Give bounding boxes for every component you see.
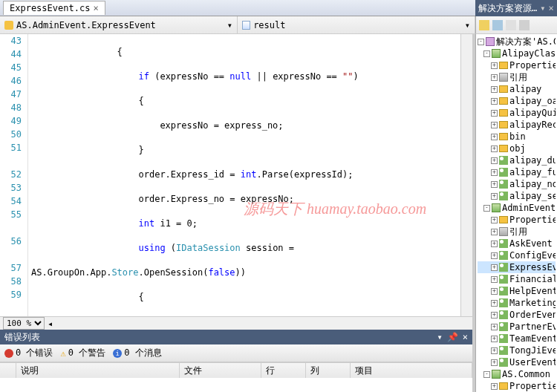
properties-node[interactable]: +Properties (478, 214, 556, 226)
warning-icon: ⚠ (60, 348, 65, 359)
folder-icon (499, 145, 508, 152)
cs-icon (499, 358, 508, 367)
refresh-icon[interactable] (492, 20, 503, 30)
folder-icon (499, 85, 508, 93)
info-icon: i (113, 349, 122, 358)
cs-icon (499, 180, 508, 189)
cs-file-node[interactable]: +ConfigEve (478, 249, 556, 261)
cs-file-node[interactable]: +Financial (478, 273, 556, 285)
col-file[interactable]: 文件 (180, 363, 261, 378)
cs-icon (499, 287, 508, 295)
cs-file-node[interactable]: +Marketing (478, 297, 556, 309)
folder-node[interactable]: +alipay_oau (478, 95, 556, 107)
cs-file-node[interactable]: +HelpEvent (478, 285, 556, 297)
cs-file-node[interactable]: +alipay_du (478, 154, 556, 166)
cs-file-node[interactable]: +TeamEvent (478, 333, 556, 344)
cs-file-node[interactable]: +UserEvent (478, 356, 556, 368)
properties-icon[interactable] (519, 20, 530, 30)
zoom-select[interactable]: 100 % (3, 317, 45, 330)
zoom-bar: 100 % ◂ (0, 316, 472, 330)
class-icon (4, 21, 13, 30)
cs-icon (499, 322, 508, 331)
pin-icon[interactable]: ▾ (540, 3, 545, 13)
vertical-scrollbar[interactable] (460, 34, 472, 316)
dropdown-icon[interactable]: ▾ (437, 332, 443, 342)
code-editor[interactable]: 4344454647484950515253545556575859 { if … (0, 34, 472, 316)
references-node[interactable]: +引用 (478, 226, 556, 238)
error-grid[interactable]: 说明 文件 行 列 项目 (0, 362, 472, 392)
folder-node[interactable]: +obj (478, 143, 556, 154)
cs-icon (499, 156, 508, 165)
folder-icon (499, 109, 508, 117)
close-panel-icon[interactable]: × (548, 3, 553, 13)
col-column[interactable]: 列 (306, 363, 351, 378)
cs-file-node[interactable]: +alipay_se (478, 190, 556, 202)
cs-icon (499, 298, 508, 307)
solution-explorer-title: 解决方案资源… (478, 2, 537, 15)
col-line[interactable]: 行 (261, 363, 306, 378)
cs-icon (499, 192, 508, 200)
member-name[interactable] (253, 20, 462, 30)
properties-node[interactable]: +Properties (478, 59, 556, 71)
folder-icon (499, 133, 508, 140)
chevron-down-icon[interactable]: ▾ (465, 20, 470, 30)
errors-filter[interactable]: 0 个错误 (4, 347, 53, 359)
error-list-header[interactable]: 错误列表 ▾ 📌 × (0, 330, 472, 344)
cs-file-node[interactable]: +OrderEven (478, 309, 556, 321)
cs-file-node-selected[interactable]: +ExpressEv (478, 261, 556, 273)
warnings-filter[interactable]: ⚠0 个警告 (60, 347, 105, 359)
cs-file-node[interactable]: +TongJiEve (478, 344, 556, 356)
cs-icon (499, 263, 508, 272)
solution-icon (486, 37, 495, 46)
solution-toolbar (475, 16, 557, 34)
project-node[interactable]: -AS.Common (478, 368, 556, 380)
cs-file-node[interactable]: +AskEvent (478, 238, 556, 249)
project-icon (492, 370, 501, 379)
cs-file-node[interactable]: +alipay_no (478, 178, 556, 190)
solution-node[interactable]: -解决方案'AS.Grou (478, 36, 556, 48)
cs-icon (499, 334, 508, 343)
nav-bar: ▾ ▾ (0, 16, 475, 34)
member-dropdown[interactable]: ▾ (238, 16, 475, 33)
solution-explorer[interactable]: -解决方案'AS.Grou -AlipayClass +Properties +… (475, 34, 557, 392)
class-name[interactable] (16, 20, 224, 30)
project-node[interactable]: -AlipayClass (478, 48, 556, 59)
chevron-left-icon[interactable]: ◂ (48, 318, 53, 329)
project-icon (492, 49, 501, 58)
cs-icon (499, 168, 508, 177)
class-dropdown[interactable]: ▾ (0, 16, 238, 33)
home-icon[interactable] (479, 20, 489, 30)
folder-icon (499, 216, 508, 223)
folder-icon (499, 97, 508, 105)
properties-node[interactable]: +Propertie (478, 380, 556, 392)
folder-icon (499, 62, 508, 69)
folder-node[interactable]: +alipayQui (478, 107, 556, 119)
project-node[interactable]: -AdminEvent (478, 202, 556, 214)
cs-icon (499, 239, 508, 248)
cs-icon (499, 251, 508, 260)
cs-file-node[interactable]: +alipay_fu (478, 166, 556, 178)
solution-explorer-header: 解决方案资源… ▾ × (475, 0, 557, 16)
project-icon (492, 203, 501, 212)
col-description[interactable]: 说明 (16, 363, 180, 378)
cs-icon (499, 275, 508, 284)
line-numbers: 4344454647484950515253545556575859 (0, 34, 28, 316)
close-icon[interactable]: × (463, 332, 468, 342)
show-all-icon[interactable] (506, 20, 516, 30)
references-icon (499, 73, 508, 82)
folder-node[interactable]: +alipay (478, 83, 556, 95)
col-icon[interactable] (0, 363, 16, 378)
code-content[interactable]: { if (expressNo == null || expressNo == … (28, 34, 472, 316)
cs-icon (499, 310, 508, 319)
pin-icon[interactable]: 📌 (447, 332, 458, 342)
cs-file-node[interactable]: +PartnerEv (478, 321, 556, 333)
references-node[interactable]: +引用 (478, 71, 556, 83)
editor-tabs: ExpressEvent.cs × (0, 0, 475, 16)
file-tab[interactable]: ExpressEvent.cs × (3, 1, 105, 15)
folder-node[interactable]: +alipayRec (478, 119, 556, 131)
close-icon[interactable]: × (93, 3, 98, 13)
folder-node[interactable]: +bin (478, 131, 556, 143)
chevron-down-icon[interactable]: ▾ (227, 20, 232, 30)
messages-filter[interactable]: i0 个消息 (113, 347, 161, 359)
col-project[interactable]: 项目 (351, 363, 472, 378)
